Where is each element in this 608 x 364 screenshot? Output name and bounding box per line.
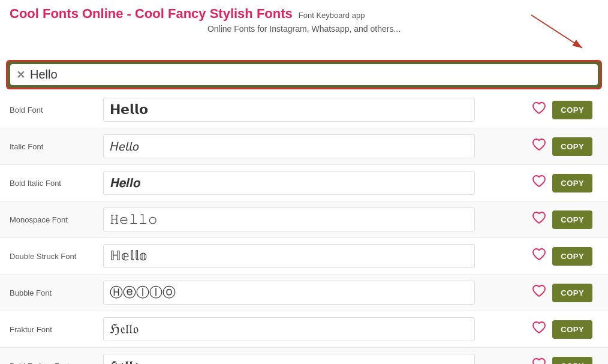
copy-button[interactable]: COPY (552, 320, 592, 339)
font-name-label: Bold Fraktur Font (10, 362, 70, 365)
favorite-button[interactable] (532, 138, 546, 155)
table-row: Monospace Font COPY (0, 201, 608, 238)
copy-button[interactable]: COPY (552, 247, 592, 266)
arrow-annotation (525, 9, 597, 57)
font-preview-input[interactable] (103, 171, 475, 195)
favorite-button[interactable] (532, 248, 546, 264)
font-name-label: Italic Font (10, 142, 43, 151)
favorite-button[interactable] (532, 357, 546, 364)
copy-button[interactable]: COPY (552, 137, 592, 156)
font-name-label: Bubble Font (10, 288, 52, 297)
copy-button[interactable]: COPY (552, 101, 592, 119)
font-preview-input[interactable] (103, 244, 475, 268)
favorite-button[interactable] (532, 211, 546, 228)
table-row: Bold Fraktur Font COPY (0, 348, 608, 365)
font-preview-input[interactable] (103, 281, 475, 305)
font-preview-input[interactable] (103, 354, 475, 364)
search-input[interactable] (30, 68, 592, 82)
favorite-button[interactable] (532, 101, 546, 118)
font-name-label: Monospace Font (10, 215, 68, 224)
table-row: Bold Italic Font COPY (0, 165, 608, 201)
table-row: Fraktur Font COPY (0, 311, 608, 348)
table-row: Bubble Font COPY (0, 275, 608, 311)
favorite-button[interactable] (532, 284, 546, 301)
font-preview-input[interactable] (103, 207, 475, 231)
font-name-label: Bold Italic Font (10, 179, 61, 188)
font-name-label: Double Struck Font (10, 252, 76, 261)
copy-button[interactable]: COPY (552, 210, 592, 229)
font-preview-input[interactable] (103, 98, 475, 122)
font-name-label: Bold Font (10, 106, 43, 115)
table-row: Bold Font COPY (0, 92, 608, 128)
font-table: Bold Font COPY Italic Font (0, 92, 608, 364)
font-name-label: Fraktur Font (10, 325, 52, 334)
font-preview-input[interactable] (103, 134, 475, 158)
svg-line-1 (531, 15, 582, 48)
copy-button[interactable]: COPY (552, 284, 592, 302)
table-row: Double Struck Font COPY (0, 238, 608, 275)
copy-button[interactable]: COPY (552, 174, 592, 192)
copy-button[interactable]: COPY (552, 357, 592, 365)
font-preview-input[interactable] (103, 317, 475, 341)
favorite-button[interactable] (532, 175, 546, 191)
clear-button[interactable]: ✕ (16, 68, 25, 82)
table-row: Italic Font COPY (0, 128, 608, 165)
favorite-button[interactable] (532, 321, 546, 338)
search-box-wrapper: ✕ (6, 60, 602, 89)
subtitle: Online Fonts for Instagram, Whatsapp, an… (10, 22, 598, 38)
site-title: Cool Fonts Online - Cool Fancy Stylish F… (10, 6, 293, 22)
app-label: Font Keyboard app (299, 11, 365, 20)
